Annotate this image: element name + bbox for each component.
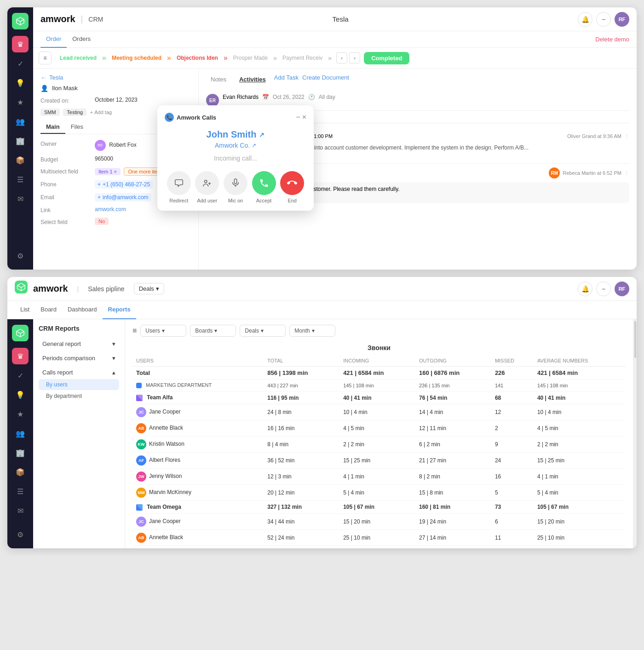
stage-meeting-scheduled[interactable]: Meeting scheduled [107, 53, 166, 63]
sidebar-item-mail[interactable]: ✉ [12, 190, 29, 207]
select-no-value[interactable]: No [95, 218, 109, 225]
accept-button[interactable]: Accept [252, 171, 276, 203]
sidebar-2-item-settings[interactable]: ⚙ [12, 526, 29, 543]
report-table-title: Звонки [132, 344, 626, 351]
sidebar-item-list[interactable]: ☰ [12, 171, 29, 188]
user-avatar[interactable]: RF [615, 12, 629, 27]
comment-more-2-icon[interactable]: ⋮ [624, 170, 629, 176]
topbar-section-2: Sales pipline [88, 285, 124, 293]
phone-button[interactable]: + +1 (650) 468-27-25 [95, 180, 153, 189]
sidebar-2-item-check[interactable]: ✓ [12, 367, 29, 384]
table-row: JCJane Cooper 24 | 8 min 10 | 4 min 14 |… [132, 404, 626, 420]
delete-demo-button[interactable]: Delete demo [595, 36, 629, 43]
sidebar-item-star[interactable]: ★ [12, 94, 29, 110]
sidebar-2-item-bulb[interactable]: 💡 [12, 386, 29, 403]
check-icon: ✓ [17, 59, 23, 68]
sidebar-2-item-box[interactable]: 📦 [12, 464, 29, 480]
rp-tab-activities[interactable]: Activities [235, 74, 270, 85]
sidebar-2-item-star[interactable]: ★ [12, 406, 29, 422]
sidebar-item-people[interactable]: 👥 [12, 113, 29, 130]
stage-lead-received[interactable]: Lead received [55, 53, 101, 63]
deals-dropdown[interactable]: Deals ▾ [134, 283, 164, 294]
company-external-icon[interactable]: ↗ [252, 142, 256, 149]
sidebar-2-item-building[interactable]: 🏢 [12, 444, 29, 461]
stage-prosper[interactable]: Prosper Made [229, 53, 272, 63]
col-users: USERS [132, 355, 264, 367]
stage-objections[interactable]: Objections Iden [172, 53, 223, 63]
sidebar-item-crown[interactable]: ♛ [12, 36, 29, 52]
rp-tab-notes[interactable]: Notes [206, 74, 231, 85]
rp-add-task[interactable]: Add Task [274, 74, 299, 85]
email-button[interactable]: + info@amwork.com [95, 193, 151, 201]
nav-tab-dashboard[interactable]: Dashboard [62, 301, 103, 319]
by-department-item[interactable]: By department [39, 391, 119, 402]
users-filter[interactable]: Users ▾ [140, 325, 186, 337]
team-alfa-row: Team Alfa 116 | 95 min 40 | 41 min 76 | … [132, 391, 626, 404]
chevron-down-users: ▾ [162, 328, 165, 334]
person-name-row: 👤 Ilon Mask [40, 85, 191, 92]
multiselect-tag-1[interactable]: Item 1 × [95, 168, 121, 175]
by-users-item[interactable]: By users [39, 379, 119, 390]
external-link-icon[interactable]: ↗ [259, 131, 264, 138]
add-tag-button[interactable]: + Add tag [90, 109, 112, 115]
minus-button-2[interactable]: − [596, 282, 611, 296]
sidebar-2-item-list[interactable]: ☰ [12, 483, 29, 500]
sidebar-2-item-mail[interactable]: ✉ [12, 502, 29, 519]
col-incoming: INCOMING [339, 355, 415, 367]
end-button[interactable]: End [280, 171, 304, 203]
sidebar-2-item-people[interactable]: 👥 [12, 425, 29, 442]
calls-report-header[interactable]: Calls report ▴ [39, 366, 119, 379]
notification-button[interactable]: 🔔 [578, 12, 592, 27]
nav-tab-board[interactable]: Board [35, 301, 62, 319]
boards-filter[interactable]: Boards ▾ [190, 325, 236, 337]
filter-menu-button[interactable]: ≡ [132, 327, 137, 335]
total-total: 856 | 1398 min [264, 367, 339, 380]
arrow-2: » [166, 54, 172, 62]
list-icon: ☰ [17, 175, 23, 184]
sidebar-item-building[interactable]: 🏢 [12, 132, 29, 149]
overlay-minimize-button[interactable]: − [296, 113, 300, 121]
table-row: JWJenny Wilson 12 | 3 min 4 | 1 min 8 | … [132, 468, 626, 484]
month-filter[interactable]: Month ▾ [289, 325, 335, 337]
activity-date-1: Oct 26, 2022 [273, 94, 305, 100]
deals-filter[interactable]: Deals ▾ [240, 325, 286, 337]
minus-button[interactable]: − [596, 12, 611, 27]
general-report-header[interactable]: General report ▾ [39, 338, 119, 350]
table-row: KWKristin Watson 8 | 4 min 2 | 2 min 6 |… [132, 436, 626, 452]
periods-comparison-header[interactable]: Periods comparison ▾ [39, 352, 119, 364]
sub-tab-files[interactable]: Files [65, 121, 89, 134]
stage-payment[interactable]: Payment Receiv [278, 53, 327, 63]
rp-create-doc[interactable]: Create Document [302, 74, 349, 85]
sidebar-item-box[interactable]: 📦 [12, 152, 29, 168]
sidebar-item-bulb[interactable]: 💡 [12, 75, 29, 91]
user-avatar-2[interactable]: RF [615, 282, 629, 296]
topbar: amwork | CRM Tesla 🔔 − RF [33, 7, 637, 31]
pipeline-filter-button[interactable]: ≡ [39, 52, 52, 64]
add-user-button[interactable]: Add user [195, 171, 219, 203]
filter-menu-icon: ≡ [132, 327, 137, 334]
mic-button[interactable]: Mic on [224, 171, 247, 203]
sidebar-item-check[interactable]: ✓ [12, 55, 29, 72]
scrollbar[interactable] [633, 319, 637, 548]
nav-tab-list[interactable]: List [15, 301, 35, 319]
tab-order[interactable]: Order [40, 31, 67, 48]
redirect-button[interactable]: Redirect [167, 171, 191, 203]
call-actions: Redirect Add user [165, 171, 306, 203]
overlay-close-button[interactable]: × [302, 113, 306, 121]
sidebar-2-item-crown[interactable]: ♛ [12, 348, 29, 364]
stage-next-button[interactable]: › [349, 52, 360, 63]
comment-more-icon[interactable]: ⋮ [624, 133, 629, 139]
filter-icon: ≡ [43, 55, 46, 61]
nav-tab-reports[interactable]: Reports [103, 301, 136, 319]
stage-prev-button[interactable]: ‹ [336, 52, 347, 63]
call-overlay: 📞 Amwork Calls − × John Smith ↗ [157, 105, 314, 211]
notification-button-2[interactable]: 🔔 [578, 282, 592, 296]
completed-button[interactable]: Completed [364, 52, 409, 64]
sales-pipeline-window: amwork | Sales pipline Deals ▾ 🔔 − RF Li… [7, 277, 637, 548]
sub-tab-main[interactable]: Main [40, 121, 65, 134]
user-avatar-jane: JC [136, 407, 146, 417]
tab-orders[interactable]: Orders [67, 31, 96, 48]
sidebar: ♛ ✓ 💡 ★ 👥 🏢 📦 ☰ ✉ [7, 7, 33, 270]
back-link[interactable]: ← Tesla [40, 74, 191, 81]
sidebar-item-settings[interactable]: ⚙ [12, 247, 29, 264]
